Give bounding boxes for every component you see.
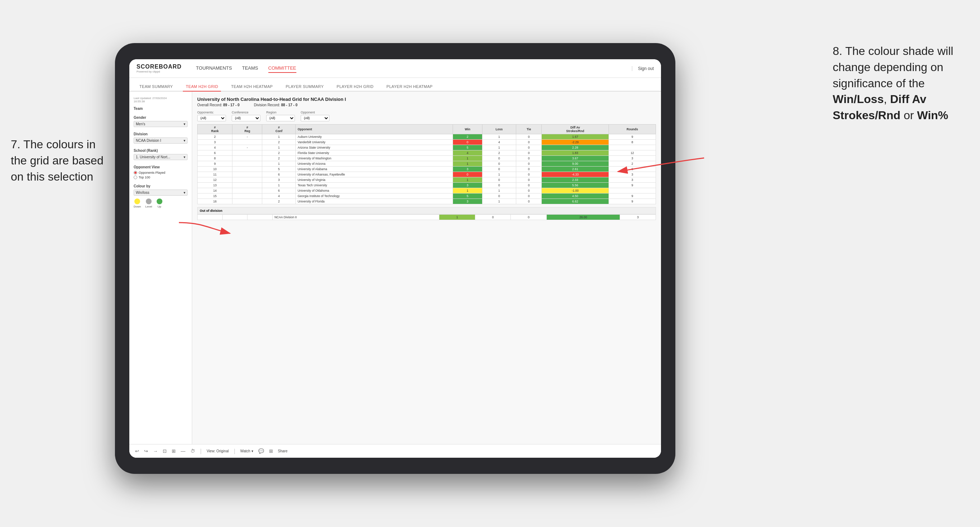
cell-rounds bbox=[609, 145, 656, 151]
subnav-team-summary[interactable]: TEAM SUMMARY bbox=[137, 82, 176, 91]
cell-rounds: 9 bbox=[609, 199, 656, 204]
cell-conf: 6 bbox=[262, 172, 296, 177]
table-row: 14 6 University of Oklahoma 1 1 0 -1.00 bbox=[197, 188, 656, 194]
table-row: 2 - 1 Auburn University 2 1 0 1.67 9 bbox=[197, 134, 656, 140]
comment-button[interactable]: 💬 bbox=[258, 448, 264, 454]
division-select[interactable]: NCAA Division I ▾ bbox=[134, 138, 188, 144]
school-section: School (Rank) 1. University of Nort... ▾ bbox=[134, 149, 188, 160]
sign-out-link[interactable]: Sign out bbox=[632, 66, 654, 71]
colour-down-dot bbox=[134, 198, 140, 204]
cell-conf: 2 bbox=[262, 156, 296, 161]
colour-by-section: Colour by Win/loss ▾ Down Level bbox=[134, 184, 188, 208]
subnav-player-summary[interactable]: PLAYER SUMMARY bbox=[283, 82, 326, 91]
cell-opponent: Florida State University bbox=[296, 151, 453, 156]
cell-diff: 4.50 bbox=[542, 194, 609, 199]
grid-title: University of North Carolina Head-to-Hea… bbox=[197, 97, 656, 102]
cell-rank: 14 bbox=[197, 188, 232, 194]
logo-area: SCOREBOARD Powered by clippd bbox=[137, 63, 182, 73]
cell-reg bbox=[232, 188, 262, 194]
watch-button[interactable]: Watch ▾ bbox=[240, 449, 253, 453]
cell-rounds: 2 bbox=[609, 161, 656, 167]
col-win: Win bbox=[453, 125, 482, 134]
cell-reg bbox=[232, 177, 262, 183]
table-row: 13 1 Texas Tech University 3 0 0 5.56 9 bbox=[197, 183, 656, 188]
cell-win: 0 bbox=[453, 172, 482, 177]
nav-teams[interactable]: TEAMS bbox=[242, 64, 258, 73]
cell-diff: 2.61 bbox=[542, 167, 609, 172]
cell-loss: 1 bbox=[482, 145, 516, 151]
cell-loss: 0 bbox=[482, 177, 516, 183]
forward-button[interactable]: → bbox=[153, 448, 158, 454]
cell-loss: 2 bbox=[482, 151, 516, 156]
bottom-toolbar: ↩ ↪ → ⊡ ⊞ — ⏱ | View: Original | Watch ▾… bbox=[129, 444, 661, 458]
view-original-label[interactable]: View: Original bbox=[207, 449, 229, 453]
cell-conf: 2 bbox=[262, 140, 296, 145]
cell-conf: 1 bbox=[262, 134, 296, 140]
time-button[interactable]: ⏱ bbox=[190, 448, 195, 454]
cell-diff: 9.00 bbox=[542, 161, 609, 167]
cell-opponent: Vanderbilt University bbox=[296, 140, 453, 145]
cell-rank: 8 bbox=[197, 156, 232, 161]
undo-button[interactable]: ↩ bbox=[135, 448, 139, 454]
region-select[interactable]: (All) bbox=[266, 115, 295, 121]
subnav-team-h2h-heatmap[interactable]: TEAM H2H HEATMAP bbox=[228, 82, 275, 91]
chevron-down-icon: ▾ bbox=[184, 138, 185, 143]
cell-opponent: University of Virginia bbox=[296, 177, 453, 183]
cell-tie: 0 bbox=[516, 156, 542, 161]
gender-select[interactable]: Men's ▾ bbox=[134, 121, 188, 127]
opponent-filter: Opponent (All) bbox=[301, 111, 329, 121]
dash-button[interactable]: — bbox=[181, 448, 185, 454]
nav-tournaments[interactable]: TOURNAMENTS bbox=[196, 64, 232, 73]
colour-level-item: Level bbox=[145, 198, 152, 208]
colour-by-select[interactable]: Win/loss ▾ bbox=[134, 190, 188, 196]
cell-reg bbox=[232, 194, 262, 199]
conference-select[interactable]: (All) bbox=[232, 115, 261, 121]
out-of-division-row: NCAA Division II 1 0 0 26.00 3 bbox=[197, 215, 656, 220]
opponents-filter: Opponents: (All) bbox=[197, 111, 226, 121]
table-row: 12 3 University of Virginia 1 0 0 2.33 3 bbox=[197, 177, 656, 183]
sidebar: Last Updated: 27/03/202416:55:38 Team Ge… bbox=[129, 92, 192, 444]
col-reg: #Reg bbox=[232, 125, 262, 134]
opponents-played-radio[interactable]: Opponents Played bbox=[134, 171, 188, 175]
nav-committee[interactable]: COMMITTEE bbox=[268, 64, 296, 73]
crop-button[interactable]: ⊡ bbox=[163, 448, 167, 454]
cell-diff: 1.67 bbox=[542, 134, 609, 140]
cell-rounds: 9 bbox=[609, 134, 656, 140]
colour-down-item: Down bbox=[134, 198, 141, 208]
grid-button[interactable]: ⊞ bbox=[269, 448, 273, 454]
grid-area: University of North Carolina Head-to-Hea… bbox=[192, 92, 661, 444]
redo-button[interactable]: ↪ bbox=[144, 448, 148, 454]
cell-reg bbox=[232, 156, 262, 161]
school-label: School (Rank) bbox=[134, 149, 188, 152]
top-100-radio[interactable]: Top 100 bbox=[134, 176, 188, 179]
table-row: 4 - 1 Arizona State University 5 1 0 2.2… bbox=[197, 145, 656, 151]
cell-tie: 0 bbox=[516, 194, 542, 199]
col-conf: #Conf bbox=[262, 125, 296, 134]
cell-rounds: 3 bbox=[609, 177, 656, 183]
share-button[interactable]: Share bbox=[278, 449, 288, 453]
school-select[interactable]: 1. University of Nort... ▾ bbox=[134, 154, 188, 160]
cell-win: 3 bbox=[453, 199, 482, 204]
subnav-player-h2h-grid[interactable]: PLAYER H2H GRID bbox=[334, 82, 377, 91]
cell-diff: -4.33 bbox=[542, 172, 609, 177]
table-row: 10 5 University of Alabama 3 0 0 2.61 8 bbox=[197, 167, 656, 172]
cell-reg bbox=[232, 199, 262, 204]
cell-diff: 1.83 bbox=[542, 151, 609, 156]
cell-rank: 13 bbox=[197, 183, 232, 188]
opponents-select[interactable]: (All) bbox=[197, 115, 226, 121]
cell-rounds: 9 bbox=[609, 183, 656, 188]
radio-selected-icon bbox=[134, 171, 137, 175]
subnav-player-h2h-heatmap[interactable]: PLAYER H2H HEATMAP bbox=[383, 82, 435, 91]
cell-rank: 10 bbox=[197, 167, 232, 172]
col-tie: Tie bbox=[516, 125, 542, 134]
cell-diff: 5.56 bbox=[542, 183, 609, 188]
cell-win: 5 bbox=[453, 194, 482, 199]
cell-rank: 16 bbox=[197, 199, 232, 204]
logo-subtitle: Powered by clippd bbox=[137, 70, 182, 73]
nav-items: TOURNAMENTS TEAMS COMMITTEE bbox=[196, 64, 621, 73]
plus-button[interactable]: ⊞ bbox=[172, 448, 176, 454]
opponent-select[interactable]: (All) bbox=[301, 115, 329, 121]
cell-opponent: University of Florida bbox=[296, 199, 453, 204]
cell-conf: 1 bbox=[262, 145, 296, 151]
subnav-team-h2h-grid[interactable]: TEAM H2H GRID bbox=[183, 82, 221, 92]
